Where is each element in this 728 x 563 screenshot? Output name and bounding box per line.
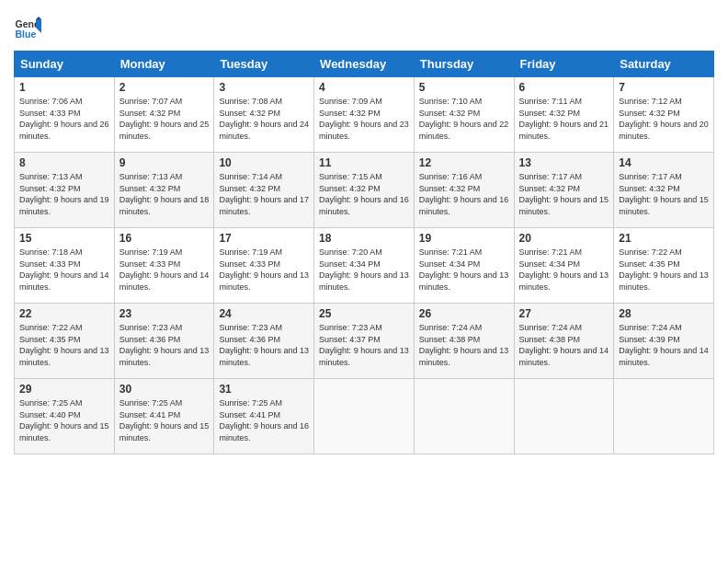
day-number: 11 — [319, 156, 409, 169]
day-number: 16 — [119, 232, 210, 245]
logo-icon: General Blue — [14, 14, 41, 41]
day-number: 24 — [219, 307, 309, 320]
day-number: 10 — [219, 156, 309, 169]
calendar-cell: 27 Sunrise: 7:24 AM Sunset: 4:38 PM Dayl… — [514, 304, 614, 379]
day-info: Sunrise: 7:25 AM Sunset: 4:40 PM Dayligh… — [19, 397, 109, 443]
day-info: Sunrise: 7:14 AM Sunset: 4:32 PM Dayligh… — [219, 171, 309, 217]
day-number: 14 — [619, 156, 709, 169]
calendar-cell: 31 Sunrise: 7:25 AM Sunset: 4:41 PM Dayl… — [214, 379, 314, 454]
day-info: Sunrise: 7:17 AM Sunset: 4:32 PM Dayligh… — [619, 171, 709, 217]
calendar-header-row: SundayMondayTuesdayWednesdayThursdayFrid… — [15, 52, 714, 77]
day-info: Sunrise: 7:19 AM Sunset: 4:33 PM Dayligh… — [219, 247, 309, 293]
calendar-header-monday: Monday — [114, 52, 214, 77]
day-number: 12 — [419, 156, 509, 169]
calendar-cell: 3 Sunrise: 7:08 AM Sunset: 4:32 PM Dayli… — [214, 77, 314, 153]
day-info: Sunrise: 7:22 AM Sunset: 4:35 PM Dayligh… — [19, 322, 109, 368]
day-number: 2 — [119, 81, 210, 94]
day-info: Sunrise: 7:24 AM Sunset: 4:38 PM Dayligh… — [419, 322, 509, 368]
day-number: 20 — [519, 232, 609, 245]
calendar-cell: 9 Sunrise: 7:13 AM Sunset: 4:32 PM Dayli… — [114, 153, 214, 228]
day-info: Sunrise: 7:07 AM Sunset: 4:32 PM Dayligh… — [119, 96, 210, 142]
day-number: 31 — [219, 383, 309, 396]
day-info: Sunrise: 7:11 AM Sunset: 4:32 PM Dayligh… — [519, 96, 609, 142]
day-number: 6 — [519, 81, 609, 94]
day-number: 17 — [219, 232, 309, 245]
day-info: Sunrise: 7:22 AM Sunset: 4:35 PM Dayligh… — [619, 247, 709, 293]
day-info: Sunrise: 7:23 AM Sunset: 4:37 PM Dayligh… — [319, 322, 409, 368]
day-info: Sunrise: 7:21 AM Sunset: 4:34 PM Dayligh… — [419, 247, 509, 293]
day-number: 28 — [619, 307, 709, 320]
calendar-header-saturday: Saturday — [614, 52, 714, 77]
calendar-row-1: 8 Sunrise: 7:13 AM Sunset: 4:32 PM Dayli… — [15, 153, 714, 228]
calendar-row-4: 29 Sunrise: 7:25 AM Sunset: 4:40 PM Dayl… — [15, 379, 714, 454]
day-info: Sunrise: 7:06 AM Sunset: 4:33 PM Dayligh… — [19, 96, 109, 142]
day-info: Sunrise: 7:23 AM Sunset: 4:36 PM Dayligh… — [219, 322, 309, 368]
logo: General Blue — [14, 14, 41, 41]
day-info: Sunrise: 7:09 AM Sunset: 4:32 PM Dayligh… — [319, 96, 409, 142]
day-number: 1 — [19, 81, 109, 94]
day-info: Sunrise: 7:08 AM Sunset: 4:32 PM Dayligh… — [219, 96, 309, 142]
day-number: 13 — [519, 156, 609, 169]
calendar-cell: 24 Sunrise: 7:23 AM Sunset: 4:36 PM Dayl… — [214, 304, 314, 379]
day-info: Sunrise: 7:16 AM Sunset: 4:32 PM Dayligh… — [419, 171, 509, 217]
day-number: 27 — [519, 307, 609, 320]
calendar-cell: 2 Sunrise: 7:07 AM Sunset: 4:32 PM Dayli… — [114, 77, 214, 153]
day-number: 18 — [319, 232, 409, 245]
day-number: 8 — [19, 156, 109, 169]
day-info: Sunrise: 7:10 AM Sunset: 4:32 PM Dayligh… — [419, 96, 509, 142]
day-number: 25 — [319, 307, 409, 320]
calendar-cell: 8 Sunrise: 7:13 AM Sunset: 4:32 PM Dayli… — [15, 153, 115, 228]
header: General Blue — [14, 14, 714, 41]
day-info: Sunrise: 7:13 AM Sunset: 4:32 PM Dayligh… — [119, 171, 210, 217]
calendar-cell — [514, 379, 614, 454]
calendar-cell — [414, 379, 514, 454]
calendar-cell: 14 Sunrise: 7:17 AM Sunset: 4:32 PM Dayl… — [614, 153, 714, 228]
calendar-cell: 6 Sunrise: 7:11 AM Sunset: 4:32 PM Dayli… — [514, 77, 614, 153]
calendar-header-friday: Friday — [514, 52, 614, 77]
calendar-header-sunday: Sunday — [15, 52, 115, 77]
calendar-row-3: 22 Sunrise: 7:22 AM Sunset: 4:35 PM Dayl… — [15, 304, 714, 379]
calendar-cell: 21 Sunrise: 7:22 AM Sunset: 4:35 PM Dayl… — [614, 228, 714, 304]
day-number: 19 — [419, 232, 509, 245]
day-info: Sunrise: 7:20 AM Sunset: 4:34 PM Dayligh… — [319, 247, 409, 293]
calendar-cell: 20 Sunrise: 7:21 AM Sunset: 4:34 PM Dayl… — [514, 228, 614, 304]
day-number: 23 — [119, 307, 210, 320]
day-info: Sunrise: 7:21 AM Sunset: 4:34 PM Dayligh… — [519, 247, 609, 293]
calendar-row-0: 1 Sunrise: 7:06 AM Sunset: 4:33 PM Dayli… — [15, 77, 714, 153]
day-info: Sunrise: 7:25 AM Sunset: 4:41 PM Dayligh… — [119, 397, 210, 443]
calendar-cell: 5 Sunrise: 7:10 AM Sunset: 4:32 PM Dayli… — [414, 77, 514, 153]
calendar-cell — [314, 379, 415, 454]
calendar-row-2: 15 Sunrise: 7:18 AM Sunset: 4:33 PM Dayl… — [15, 228, 714, 304]
day-info: Sunrise: 7:24 AM Sunset: 4:38 PM Dayligh… — [519, 322, 609, 368]
day-info: Sunrise: 7:25 AM Sunset: 4:41 PM Dayligh… — [219, 397, 309, 443]
calendar-cell — [614, 379, 714, 454]
day-number: 15 — [19, 232, 109, 245]
day-number: 29 — [19, 383, 109, 396]
calendar-cell: 25 Sunrise: 7:23 AM Sunset: 4:37 PM Dayl… — [314, 304, 415, 379]
page-container: General Blue SundayMondayTuesdayWednesda… — [0, 0, 728, 464]
day-number: 3 — [219, 81, 309, 94]
day-number: 7 — [619, 81, 709, 94]
calendar-header-tuesday: Tuesday — [214, 52, 314, 77]
day-info: Sunrise: 7:24 AM Sunset: 4:39 PM Dayligh… — [619, 322, 709, 368]
day-info: Sunrise: 7:17 AM Sunset: 4:32 PM Dayligh… — [519, 171, 609, 217]
calendar-cell: 28 Sunrise: 7:24 AM Sunset: 4:39 PM Dayl… — [614, 304, 714, 379]
day-info: Sunrise: 7:13 AM Sunset: 4:32 PM Dayligh… — [19, 171, 109, 217]
calendar-cell: 13 Sunrise: 7:17 AM Sunset: 4:32 PM Dayl… — [514, 153, 614, 228]
day-number: 22 — [19, 307, 109, 320]
calendar-cell: 15 Sunrise: 7:18 AM Sunset: 4:33 PM Dayl… — [15, 228, 115, 304]
calendar-cell: 1 Sunrise: 7:06 AM Sunset: 4:33 PM Dayli… — [15, 77, 115, 153]
day-number: 4 — [319, 81, 409, 94]
calendar-cell: 22 Sunrise: 7:22 AM Sunset: 4:35 PM Dayl… — [15, 304, 115, 379]
calendar-header-wednesday: Wednesday — [314, 52, 415, 77]
calendar-cell: 23 Sunrise: 7:23 AM Sunset: 4:36 PM Dayl… — [114, 304, 214, 379]
calendar-cell: 12 Sunrise: 7:16 AM Sunset: 4:32 PM Dayl… — [414, 153, 514, 228]
calendar-cell: 7 Sunrise: 7:12 AM Sunset: 4:32 PM Dayli… — [614, 77, 714, 153]
day-number: 9 — [119, 156, 210, 169]
calendar-cell: 18 Sunrise: 7:20 AM Sunset: 4:34 PM Dayl… — [314, 228, 415, 304]
calendar-cell: 17 Sunrise: 7:19 AM Sunset: 4:33 PM Dayl… — [214, 228, 314, 304]
calendar-cell: 30 Sunrise: 7:25 AM Sunset: 4:41 PM Dayl… — [114, 379, 214, 454]
day-info: Sunrise: 7:23 AM Sunset: 4:36 PM Dayligh… — [119, 322, 210, 368]
svg-text:Blue: Blue — [16, 29, 37, 40]
day-info: Sunrise: 7:18 AM Sunset: 4:33 PM Dayligh… — [19, 247, 109, 293]
